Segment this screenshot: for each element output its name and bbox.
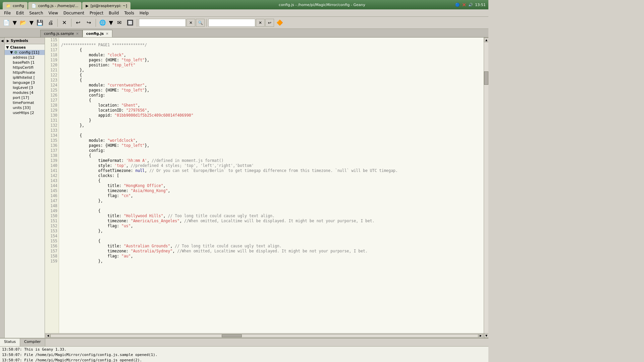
tree-basepath[interactable]: basePath [1 bbox=[5, 60, 45, 65]
save-all-button[interactable]: 🖨 bbox=[46, 18, 56, 27]
menu-search[interactable]: Search bbox=[26, 10, 46, 16]
code-line-132: }, bbox=[61, 123, 482, 128]
code-container: 115 116 117 118 119 120 121 122 123 124 … bbox=[45, 38, 484, 333]
sidebar-expand-arrow[interactable]: ▶ bbox=[7, 39, 9, 43]
menu-edit[interactable]: Edit bbox=[13, 10, 26, 16]
tree-modules[interactable]: modules [4 bbox=[5, 90, 45, 95]
taskbar-tab-terminal[interactable]: ▶ [pi@raspberrypi: ~] bbox=[82, 2, 130, 9]
sidebar-toggle[interactable]: ◀ bbox=[0, 38, 5, 338]
close-button[interactable]: ✕ bbox=[59, 18, 69, 27]
tree-address[interactable]: address [12 bbox=[5, 55, 45, 60]
menu-tools[interactable]: Tools bbox=[121, 10, 137, 16]
log-line-2: 13:50:07: File /home/pi/MagicMirror/conf… bbox=[2, 353, 486, 358]
menu-document[interactable]: Document bbox=[61, 10, 87, 16]
tree-basepath-label: basePath [1 bbox=[13, 60, 35, 65]
tree-config-expand: ▼ bbox=[10, 50, 13, 55]
status-tab-compiler[interactable]: Compiler bbox=[20, 339, 45, 346]
ln-137: 137 bbox=[46, 148, 57, 153]
code-line-142: clocks: [ bbox=[61, 173, 482, 178]
close-icon[interactable]: ✕ bbox=[462, 2, 466, 8]
file-tab-config[interactable]: config.js ✕ bbox=[83, 30, 112, 37]
search-clear-button[interactable]: ✕ bbox=[186, 19, 195, 27]
ln-120: 120 bbox=[46, 63, 57, 68]
tree-httpscert[interactable]: httpsCertifi bbox=[5, 65, 45, 70]
new-button[interactable]: 📄 bbox=[1, 18, 11, 27]
taskbar-tab-label: config bbox=[13, 4, 24, 8]
scroll-left-btn[interactable]: ◀ bbox=[46, 334, 50, 338]
ln-151: 151 bbox=[46, 219, 57, 224]
code-line-149: { bbox=[61, 208, 482, 214]
taskbar-tab-geany[interactable]: 📄 config.js - /home/pi/... bbox=[28, 2, 82, 9]
code-line-119: pages: {HOME: "top_left"}, bbox=[61, 58, 482, 63]
scroll-track[interactable] bbox=[50, 334, 478, 338]
highlight-button[interactable]: 🔶 bbox=[275, 18, 285, 27]
code-line-151: timezone: "America/Los_Angeles", //When … bbox=[61, 219, 482, 224]
tree-classes[interactable]: ▼ Classes bbox=[5, 45, 45, 50]
tree-units[interactable]: units [33] bbox=[5, 105, 45, 110]
save-button[interactable]: 💾 bbox=[35, 18, 45, 27]
tree-config-node[interactable]: ▼ ⚙ config [11] bbox=[5, 50, 45, 55]
scroll-thumb[interactable] bbox=[222, 335, 242, 337]
menu-view[interactable]: View bbox=[46, 10, 61, 16]
menu-file[interactable]: File bbox=[1, 10, 13, 16]
tree-language[interactable]: language [3 bbox=[5, 80, 45, 85]
ln-156: 156 bbox=[46, 244, 57, 249]
taskbar-tab-files[interactable]: 📁 config bbox=[3, 2, 28, 9]
taskbar-tab-geany-label: config.js - /home/pi/... bbox=[38, 4, 78, 8]
ln-135: 135 bbox=[46, 138, 57, 143]
code-line-116: /************** PAGE1 **************/ bbox=[61, 43, 482, 48]
replace-go-button[interactable]: ↩ bbox=[265, 19, 274, 27]
toolbar: 📄 ▼ 📂 ▼ 💾 🖨 ✕ ↩ ↪ 🌐 ▼ ✉ 🔲 ✕ 🔍 ✕ ↩ 🔶 bbox=[0, 17, 488, 29]
file-tab-config-label: config.js bbox=[86, 32, 104, 36]
terminal-icon: ▶ bbox=[86, 4, 88, 8]
replace-input[interactable] bbox=[208, 19, 255, 27]
vertical-scrollbar[interactable]: ▲ ▼ bbox=[484, 38, 488, 338]
send-button[interactable]: ✉ bbox=[114, 18, 124, 27]
ln-147: 147 bbox=[46, 198, 57, 203]
tree-loglevel[interactable]: logLevel [3 bbox=[5, 85, 45, 90]
tree-port[interactable]: port [17] bbox=[5, 95, 45, 100]
replace-clear-button[interactable]: ✕ bbox=[256, 19, 265, 27]
code-line-134: { bbox=[61, 133, 482, 138]
new-dropdown[interactable]: ▼ bbox=[12, 18, 17, 27]
menu-build[interactable]: Build bbox=[106, 10, 121, 16]
tree-ipwhitelist[interactable]: ipWhitelist [ bbox=[5, 75, 45, 80]
vscroll-thumb[interactable] bbox=[484, 71, 488, 85]
tree-usehttps[interactable]: useHttps [2 bbox=[5, 110, 45, 115]
code-line-127: { bbox=[61, 98, 482, 103]
open-dropdown[interactable]: ▼ bbox=[29, 18, 34, 27]
ln-141: 141 bbox=[46, 168, 57, 173]
undo-button[interactable]: ↩ bbox=[73, 18, 83, 27]
file-tab-config-close[interactable]: ✕ bbox=[106, 32, 108, 36]
code-line-143: { bbox=[61, 178, 482, 183]
zoom-button[interactable]: 🔲 bbox=[125, 18, 135, 27]
tree-httpsprivate[interactable]: httpsPrivate bbox=[5, 70, 45, 75]
menu-help[interactable]: Help bbox=[137, 10, 151, 16]
scroll-right-btn[interactable]: ▶ bbox=[478, 334, 483, 338]
menu-project[interactable]: Project bbox=[87, 10, 106, 16]
search-go-button[interactable]: 🔍 bbox=[196, 19, 205, 27]
file-tab-sample-close[interactable]: ✕ bbox=[76, 32, 78, 36]
code-editor[interactable]: 115 116 117 118 119 120 121 122 123 124 … bbox=[45, 38, 484, 338]
code-line-140: style: 'top', //predefined 4 styles; 'to… bbox=[61, 163, 482, 168]
file-tab-sample[interactable]: config.js.sample ✕ bbox=[40, 30, 83, 37]
tree-expand-icon: ▼ bbox=[6, 45, 9, 50]
redo-button[interactable]: ↪ bbox=[84, 18, 94, 27]
search-input[interactable] bbox=[139, 19, 186, 27]
code-line-122: { bbox=[61, 73, 482, 78]
ln-139: 139 bbox=[46, 158, 57, 163]
horizontal-scrollbar[interactable]: ◀ ▶ bbox=[45, 333, 484, 338]
ln-148: 148 bbox=[46, 203, 57, 208]
nav-dropdown[interactable]: ▼ bbox=[108, 18, 114, 27]
nav-back-button[interactable]: 🌐 bbox=[98, 18, 108, 27]
vscroll-track[interactable] bbox=[484, 42, 488, 333]
status-tab-status[interactable]: Status bbox=[0, 339, 20, 346]
code-text[interactable]: /************** PAGE1 **************/ { … bbox=[59, 38, 484, 333]
config-node-icon: ⚙ bbox=[14, 50, 17, 55]
scroll-up-btn[interactable]: ▲ bbox=[484, 38, 488, 42]
tree-timeformat[interactable]: timeFormat bbox=[5, 100, 45, 105]
code-line-150: title: "Hollywood Hills", // Too long ti… bbox=[61, 214, 482, 219]
scroll-down-btn[interactable]: ▼ bbox=[484, 333, 488, 338]
open-button[interactable]: 📂 bbox=[18, 18, 28, 27]
code-line-152: flag: "us", bbox=[61, 224, 482, 229]
